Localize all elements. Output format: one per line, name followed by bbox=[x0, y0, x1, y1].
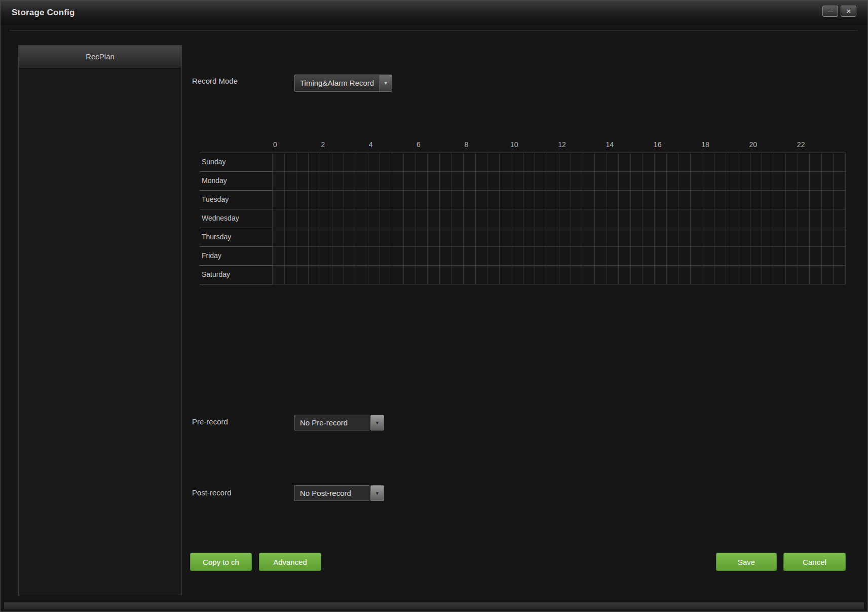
schedule-cell[interactable] bbox=[702, 153, 714, 172]
schedule-cell[interactable] bbox=[356, 191, 368, 209]
schedule-cell[interactable] bbox=[332, 191, 345, 209]
schedule-cell[interactable] bbox=[487, 172, 500, 191]
schedule-cell[interactable] bbox=[655, 247, 667, 266]
schedule-cell[interactable] bbox=[774, 153, 786, 172]
schedule-cell[interactable] bbox=[500, 228, 512, 247]
schedule-cell[interactable] bbox=[714, 209, 727, 228]
schedule-cell[interactable] bbox=[631, 228, 643, 247]
schedule-cell[interactable] bbox=[368, 191, 381, 209]
schedule-cell[interactable] bbox=[309, 191, 321, 209]
schedule-cell[interactable] bbox=[296, 266, 309, 284]
schedule-cell[interactable] bbox=[344, 266, 356, 284]
schedule-cell[interactable] bbox=[476, 266, 488, 284]
schedule-cell[interactable] bbox=[774, 266, 786, 284]
schedule-cell[interactable] bbox=[380, 247, 392, 266]
schedule-cell[interactable] bbox=[810, 228, 822, 247]
schedule-cell[interactable] bbox=[273, 228, 285, 247]
schedule-cell[interactable] bbox=[404, 172, 416, 191]
schedule-cell[interactable] bbox=[702, 266, 714, 284]
schedule-cell[interactable] bbox=[368, 247, 381, 266]
schedule-cell[interactable] bbox=[798, 209, 810, 228]
schedule-cell[interactable] bbox=[309, 153, 321, 172]
schedule-cell[interactable] bbox=[750, 266, 763, 284]
schedule-cell[interactable] bbox=[535, 266, 547, 284]
schedule-cell[interactable] bbox=[655, 228, 667, 247]
schedule-cell[interactable] bbox=[702, 191, 714, 209]
schedule-cell[interactable] bbox=[273, 191, 285, 209]
schedule-cell[interactable] bbox=[738, 153, 750, 172]
schedule-cell[interactable] bbox=[786, 191, 798, 209]
schedule-cell[interactable] bbox=[595, 153, 607, 172]
schedule-cell[interactable] bbox=[440, 266, 452, 284]
schedule-cell[interactable] bbox=[535, 172, 547, 191]
schedule-cell[interactable] bbox=[285, 247, 297, 266]
schedule-cell[interactable] bbox=[500, 191, 512, 209]
schedule-cell[interactable] bbox=[607, 209, 619, 228]
schedule-cell[interactable] bbox=[571, 209, 583, 228]
schedule-cell[interactable] bbox=[285, 172, 297, 191]
schedule-cell[interactable] bbox=[643, 228, 655, 247]
schedule-cell[interactable] bbox=[798, 191, 810, 209]
schedule-cell[interactable] bbox=[392, 172, 404, 191]
schedule-cell[interactable] bbox=[511, 247, 523, 266]
schedule-cell[interactable] bbox=[702, 247, 714, 266]
schedule-cell[interactable] bbox=[547, 266, 559, 284]
schedule-cell[interactable] bbox=[535, 191, 547, 209]
schedule-cell[interactable] bbox=[738, 247, 750, 266]
schedule-cell[interactable] bbox=[595, 247, 607, 266]
schedule-cell[interactable] bbox=[535, 153, 547, 172]
schedule-cell[interactable] bbox=[451, 228, 464, 247]
copy-to-ch-button[interactable]: Copy to ch bbox=[190, 553, 252, 571]
schedule-cell[interactable] bbox=[309, 209, 321, 228]
schedule-cell[interactable] bbox=[511, 228, 523, 247]
schedule-cell[interactable] bbox=[750, 247, 763, 266]
schedule-cell[interactable] bbox=[428, 191, 440, 209]
schedule-cell[interactable] bbox=[487, 247, 500, 266]
schedule-cell[interactable] bbox=[655, 209, 667, 228]
schedule-cell[interactable] bbox=[392, 228, 404, 247]
schedule-cell[interactable] bbox=[762, 191, 774, 209]
schedule-cell[interactable] bbox=[368, 172, 381, 191]
schedule-cell[interactable] bbox=[726, 191, 738, 209]
schedule-cell[interactable] bbox=[559, 266, 572, 284]
schedule-cell[interactable] bbox=[332, 172, 345, 191]
schedule-cell[interactable] bbox=[834, 247, 846, 266]
schedule-cell[interactable] bbox=[476, 209, 488, 228]
schedule-cell[interactable] bbox=[416, 153, 428, 172]
schedule-cell[interactable] bbox=[834, 153, 846, 172]
schedule-cell[interactable] bbox=[714, 266, 727, 284]
schedule-cell[interactable] bbox=[583, 228, 595, 247]
schedule-cell[interactable] bbox=[667, 153, 679, 172]
schedule-cell[interactable] bbox=[451, 247, 464, 266]
schedule-cell[interactable] bbox=[607, 153, 619, 172]
schedule-cell[interactable] bbox=[667, 191, 679, 209]
schedule-cell[interactable] bbox=[344, 209, 356, 228]
schedule-cell[interactable] bbox=[810, 266, 822, 284]
schedule-cell[interactable] bbox=[511, 209, 523, 228]
schedule-cell[interactable] bbox=[726, 209, 738, 228]
schedule-cell[interactable] bbox=[523, 172, 536, 191]
schedule-cell[interactable] bbox=[451, 153, 464, 172]
schedule-cell[interactable] bbox=[774, 247, 786, 266]
schedule-cell[interactable] bbox=[476, 153, 488, 172]
schedule-cell[interactable] bbox=[273, 172, 285, 191]
schedule-cell[interactable] bbox=[487, 191, 500, 209]
schedule-cell[interactable] bbox=[344, 153, 356, 172]
schedule-cell[interactable] bbox=[273, 153, 285, 172]
schedule-cell[interactable] bbox=[834, 191, 846, 209]
schedule-cell[interactable] bbox=[822, 247, 834, 266]
schedule-cell[interactable] bbox=[619, 191, 631, 209]
schedule-cell[interactable] bbox=[428, 247, 440, 266]
schedule-cell[interactable] bbox=[404, 209, 416, 228]
schedule-cell[interactable] bbox=[296, 153, 309, 172]
schedule-cell[interactable] bbox=[559, 153, 572, 172]
schedule-cell[interactable] bbox=[786, 228, 798, 247]
schedule-cell[interactable] bbox=[750, 153, 763, 172]
schedule-cell[interactable] bbox=[643, 247, 655, 266]
schedule-cell[interactable] bbox=[738, 228, 750, 247]
schedule-cell[interactable] bbox=[547, 228, 559, 247]
schedule-cell[interactable] bbox=[571, 266, 583, 284]
schedule-cell[interactable] bbox=[464, 228, 476, 247]
schedule-cell[interactable] bbox=[356, 247, 368, 266]
schedule-cell[interactable] bbox=[786, 266, 798, 284]
